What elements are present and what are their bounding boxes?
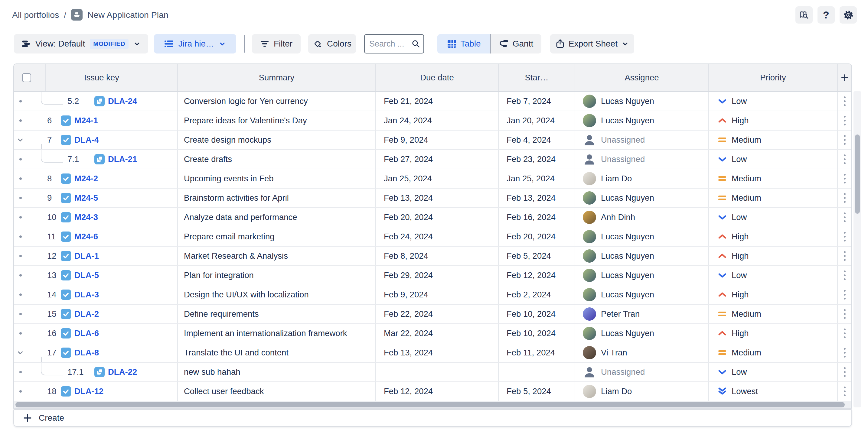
row-menu-button[interactable] bbox=[838, 343, 851, 362]
start-date-cell[interactable]: Feb 16, 2024 bbox=[499, 208, 575, 227]
priority-cell[interactable]: Medium bbox=[709, 169, 838, 188]
table-row[interactable]: 15 DLA-2 Define requirements Feb 22, 202… bbox=[14, 305, 851, 324]
issue-key-link[interactable]: M24-6 bbox=[74, 232, 98, 241]
row-menu-button[interactable] bbox=[838, 382, 851, 401]
table-row[interactable]: 18 DLA-12 Collect user feedback Feb 12, … bbox=[14, 382, 851, 401]
priority-cell[interactable]: Lowest bbox=[709, 382, 838, 401]
assignee-cell[interactable]: Vi Tran bbox=[575, 343, 709, 362]
due-date-cell[interactable]: Feb 13, 2024 bbox=[376, 343, 499, 362]
start-date-cell[interactable]: Feb 12, 2024 bbox=[499, 266, 575, 285]
start-date-cell[interactable]: Jan 25, 2024 bbox=[499, 169, 575, 188]
vertical-scrollbar[interactable] bbox=[854, 91, 861, 407]
due-date-cell[interactable]: Feb 9, 2024 bbox=[376, 285, 499, 304]
priority-cell[interactable]: High bbox=[709, 246, 838, 265]
assignee-cell[interactable]: Lucas Nguyen bbox=[575, 246, 709, 265]
summary-cell[interactable]: Analyze data and performance bbox=[178, 208, 376, 227]
priority-cell[interactable]: Low bbox=[709, 266, 838, 285]
issue-key-link[interactable]: M24-5 bbox=[74, 193, 98, 203]
help-button[interactable]: ? bbox=[817, 6, 835, 24]
assignee-cell[interactable]: Lucas Nguyen bbox=[575, 324, 709, 343]
issue-key-link[interactable]: DLA-6 bbox=[74, 329, 99, 338]
vertical-scrollbar-thumb[interactable] bbox=[855, 134, 860, 214]
issue-key-link[interactable]: DLA-24 bbox=[108, 96, 137, 106]
row-menu-button[interactable] bbox=[838, 324, 851, 343]
add-column-button[interactable] bbox=[838, 64, 851, 91]
column-header-issue-key[interactable]: Issue key bbox=[14, 64, 178, 91]
expand-chevron-icon[interactable] bbox=[17, 349, 24, 356]
priority-cell[interactable]: Low bbox=[709, 208, 838, 227]
assignee-cell[interactable]: Lucas Nguyen bbox=[575, 189, 709, 207]
tab-gantt[interactable]: Gantt bbox=[491, 34, 541, 54]
summary-cell[interactable]: Implement an internationalization framew… bbox=[178, 324, 376, 343]
row-menu-button[interactable] bbox=[838, 131, 851, 149]
issue-key-link[interactable]: DLA-3 bbox=[74, 290, 99, 300]
priority-cell[interactable]: Medium bbox=[709, 305, 838, 323]
priority-cell[interactable]: High bbox=[709, 111, 838, 130]
summary-cell[interactable]: Define requirements bbox=[178, 305, 376, 323]
assignee-cell[interactable]: Lucas Nguyen bbox=[575, 285, 709, 304]
start-date-cell[interactable]: Feb 4, 2024 bbox=[499, 131, 575, 149]
table-row[interactable]: 8 M24-2 Upcoming events in Feb Jan 25, 2… bbox=[14, 169, 851, 189]
row-menu-button[interactable] bbox=[838, 246, 851, 265]
priority-cell[interactable]: High bbox=[709, 324, 838, 343]
summary-cell[interactable]: Market Research & Analysis bbox=[178, 246, 376, 265]
issue-key-link[interactable]: DLA-4 bbox=[74, 135, 99, 145]
priority-cell[interactable]: Low bbox=[709, 363, 838, 381]
assignee-cell[interactable]: Lucas Nguyen bbox=[575, 111, 709, 130]
column-header-summary[interactable]: Summary bbox=[178, 64, 376, 91]
row-menu-button[interactable] bbox=[838, 111, 851, 130]
table-row[interactable]: 6 M24-1 Prepare ideas for Valentine's Da… bbox=[14, 111, 851, 131]
due-date-cell[interactable]: Feb 8, 2024 bbox=[376, 246, 499, 265]
column-header-due-date[interactable]: Due date bbox=[376, 64, 499, 91]
start-date-cell[interactable]: Feb 2, 2024 bbox=[499, 285, 575, 304]
start-date-cell[interactable]: Feb 10, 2024 bbox=[499, 324, 575, 343]
assignee-cell[interactable]: Unassigned bbox=[575, 150, 709, 169]
create-row-button[interactable]: Create bbox=[13, 409, 852, 427]
summary-cell[interactable]: Prepare email marketing bbox=[178, 227, 376, 246]
assignee-cell[interactable]: Lucas Nguyen bbox=[575, 266, 709, 285]
row-menu-button[interactable] bbox=[838, 208, 851, 227]
row-menu-button[interactable] bbox=[838, 92, 851, 111]
library-search-button[interactable] bbox=[796, 6, 813, 24]
tab-table[interactable]: Table bbox=[437, 34, 490, 54]
row-menu-button[interactable] bbox=[838, 285, 851, 304]
due-date-cell[interactable]: Feb 27, 2024 bbox=[376, 150, 499, 169]
start-date-cell[interactable]: Feb 5, 2024 bbox=[499, 246, 575, 265]
filter-button[interactable]: Filter bbox=[252, 34, 301, 54]
assignee-cell[interactable]: Lucas Nguyen bbox=[575, 92, 709, 111]
table-row[interactable]: 9 M24-5 Brainstorm activities for April … bbox=[14, 189, 851, 208]
summary-cell[interactable]: Upcoming events in Feb bbox=[178, 169, 376, 188]
due-date-cell[interactable] bbox=[376, 363, 499, 381]
table-row[interactable]: 17 DLA-8 Translate the UI and content Fe… bbox=[14, 343, 851, 363]
horizontal-scrollbar[interactable] bbox=[14, 401, 851, 408]
priority-cell[interactable]: Low bbox=[709, 150, 838, 169]
summary-cell[interactable]: Brainstorm activities for April bbox=[178, 189, 376, 207]
row-menu-button[interactable] bbox=[838, 363, 851, 381]
start-date-cell[interactable]: Feb 23, 2024 bbox=[499, 150, 575, 169]
assignee-cell[interactable]: Peter Tran bbox=[575, 305, 709, 323]
table-row[interactable]: 11 M24-6 Prepare email marketing Feb 24,… bbox=[14, 227, 851, 246]
colors-button[interactable]: Colors bbox=[308, 34, 356, 54]
breadcrumb-all-portfolios[interactable]: All portfolios bbox=[12, 10, 59, 20]
table-row[interactable]: 12 DLA-1 Market Research & Analysis Feb … bbox=[14, 246, 851, 266]
start-date-cell[interactable]: Feb 13, 2024 bbox=[499, 189, 575, 207]
table-row[interactable]: 14 DLA-3 Design the UI/UX with localizat… bbox=[14, 285, 851, 305]
start-date-cell[interactable]: Jan 20, 2024 bbox=[499, 111, 575, 130]
due-date-cell[interactable]: Jan 25, 2024 bbox=[376, 169, 499, 188]
start-date-cell[interactable]: Feb 20, 2024 bbox=[499, 227, 575, 246]
summary-cell[interactable]: Plan for integration bbox=[178, 266, 376, 285]
table-row[interactable]: 7.1 DLA-21 Create drafts Feb 27, 2024 Fe… bbox=[14, 150, 851, 169]
due-date-cell[interactable]: Jan 24, 2024 bbox=[376, 111, 499, 130]
priority-cell[interactable]: Medium bbox=[709, 343, 838, 362]
assignee-cell[interactable]: Lucas Nguyen bbox=[575, 227, 709, 246]
row-menu-button[interactable] bbox=[838, 169, 851, 188]
issue-key-link[interactable]: DLA-5 bbox=[74, 270, 99, 280]
issue-key-link[interactable]: M24-2 bbox=[74, 174, 98, 183]
row-menu-button[interactable] bbox=[838, 227, 851, 246]
issue-key-link[interactable]: M24-1 bbox=[74, 116, 98, 126]
assignee-cell[interactable]: Unassigned bbox=[575, 363, 709, 381]
assignee-cell[interactable]: Unassigned bbox=[575, 131, 709, 149]
column-header-assignee[interactable]: Assignee bbox=[575, 64, 709, 91]
due-date-cell[interactable]: Feb 9, 2024 bbox=[376, 131, 499, 149]
table-row[interactable]: 7 DLA-4 Create design mockups Feb 9, 202… bbox=[14, 131, 851, 150]
